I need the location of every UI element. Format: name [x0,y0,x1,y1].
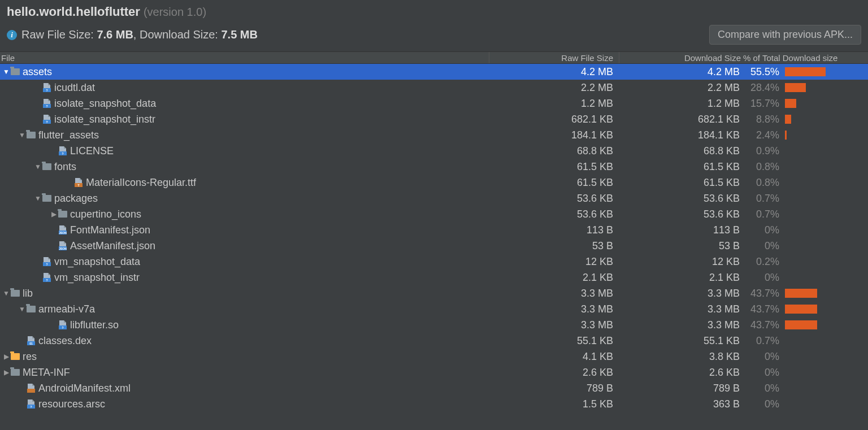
svg-rect-22 [27,389,35,393]
expand-arrow-right-icon[interactable]: ▶ [50,210,58,218]
expand-arrow-down-icon[interactable]: ▼ [18,305,26,313]
folder-icon [42,194,52,203]
col-header-file[interactable]: File [0,53,489,63]
download-size: 113 B [619,224,743,236]
percent-bar [785,289,817,298]
expand-arrow-down-icon[interactable]: ▼ [2,289,10,297]
download-size: 1.2 MB [619,98,743,110]
folder-icon [10,289,20,298]
download-size: 12 KB [619,256,743,268]
tree-row[interactable]: JSONFontManifest.json113 B113 B0% [0,222,868,238]
percent-bar-cell [783,305,868,314]
file-name: packages [54,193,98,205]
percent: 0.7% [743,209,783,220]
percent-bar [785,305,817,314]
tree-row[interactable]: ?vm_snapshot_instr2.1 KB2.1 KB0% [0,270,868,285]
expand-arrow-down-icon[interactable]: ▼ [34,194,42,202]
file-name: lib [23,288,33,299]
file-name: FontManifest.json [70,224,150,236]
tree-row[interactable]: ▼packages53.6 KB53.6 KB0.7% [0,190,868,206]
expand-arrow-right-icon[interactable]: ▶ [2,353,10,360]
col-header-raw[interactable]: Raw File Size [489,52,619,63]
file-name: AssetManifest.json [70,240,155,252]
raw-size: 2.6 KB [489,367,619,379]
percent-bar-cell [783,320,868,329]
expand-arrow-down-icon[interactable]: ▼ [18,131,26,139]
tree-row[interactable]: AndroidManifest.xml789 B789 B0% [0,380,868,396]
svg-text:?: ? [46,263,47,266]
percent: 8.8% [743,114,783,125]
raw-size: 4.1 KB [489,351,619,363]
download-size: 363 B [619,398,743,410]
svg-text:?: ? [62,152,63,155]
tree-row[interactable]: ▶cupertino_icons53.6 KB53.6 KB0.7% [0,206,868,222]
folder-icon [42,162,52,171]
tree-row[interactable]: ?libflutter.so3.3 MB3.3 MB43.7% [0,317,868,333]
raw-size: 3.3 MB [489,288,619,299]
tree-row[interactable]: ▼flutter_assets184.1 KB184.1 KB2.4% [0,127,868,143]
tree-row[interactable]: ▼armeabi-v7a3.3 MB3.3 MB43.7% [0,301,868,317]
download-size: 184.1 KB [619,129,743,141]
raw-size: 68.8 KB [489,145,619,157]
file-name: vm_snapshot_data [54,256,140,268]
raw-size: 12 KB [489,256,619,268]
tree-row[interactable]: ?vm_snapshot_data12 KB12 KB0.2% [0,254,868,270]
tree-row[interactable]: ?isolate_snapshot_instr682.1 KB682.1 KB8… [0,111,868,127]
tree-row[interactable]: ▶res4.1 KB3.8 KB0% [0,349,868,364]
header: hello.world.helloflutter (version 1.0) i… [0,0,868,51]
download-size: 3.3 MB [619,288,743,299]
tree-row[interactable]: ?isolate_snapshot_data1.2 MB1.2 MB15.7% [0,95,868,111]
expand-arrow-down-icon[interactable]: ▼ [2,68,10,76]
raw-size: 1.5 KB [489,398,619,410]
percent-bar-cell [783,131,868,140]
raw-label: Raw File Size: [21,28,97,41]
tree-row[interactable]: ▶META-INF2.6 KB2.6 KB0% [0,364,868,380]
tree-row[interactable]: ▼lib3.3 MB3.3 MB43.7% [0,285,868,301]
tree-row[interactable]: ?resources.arsc1.5 KB363 B0% [0,396,868,412]
download-size: 3.3 MB [619,303,743,315]
file-name: LICENSE [70,145,114,157]
package-name: hello.world.helloflutter [7,5,140,19]
col-header-dl[interactable]: Download Size [619,52,743,63]
file-tree[interactable]: ▼assets4.2 MB4.2 MB55.5%?icudtl.dat2.2 M… [0,64,868,412]
tree-row[interactable]: 01classes.dex55.1 KB55.1 KB0.7% [0,333,868,349]
compare-apk-button[interactable]: Compare with previous APK... [709,25,861,45]
tree-row[interactable]: ▼fonts61.5 KB61.5 KB0.8% [0,159,868,175]
raw-size: 3.3 MB [489,303,619,315]
svg-text:?: ? [46,120,47,124]
tree-row[interactable]: JSONAssetManifest.json53 B53 B0% [0,238,868,254]
tree-row[interactable]: ?LICENSE68.8 KB68.8 KB0.9% [0,143,868,159]
table-header: File Raw File Size Download Size % of To… [0,51,868,64]
percent-bar-cell [783,115,868,124]
file-icon: ? [26,399,36,409]
download-size: 2.2 MB [619,82,743,94]
col-header-pct[interactable]: % of Total Download size [743,52,868,63]
percent: 0% [743,351,783,363]
percent: 28.4% [743,82,783,94]
raw-size: 3.3 MB [489,319,619,331]
raw-size: 1.2 MB [489,98,619,110]
expand-arrow-down-icon[interactable]: ▼ [34,163,42,171]
json-file-icon: JSON [58,225,68,234]
file-name: classes.dex [38,335,92,347]
file-name: META-INF [23,367,70,379]
file-name: vm_snapshot_instr [54,272,140,284]
percent: 55.5% [743,66,783,78]
expand-arrow-right-icon[interactable]: ▶ [2,368,10,376]
svg-text:?: ? [30,405,32,409]
tree-row[interactable]: TMaterialIcons-Regular.ttf61.5 KB61.5 KB… [0,175,868,190]
xml-file-icon [26,384,36,393]
download-size: 53.6 KB [619,209,743,220]
percent-bar [785,99,796,108]
file-name: resources.arsc [38,398,105,410]
info-line: i Raw File Size: 7.6 MB, Download Size: … [7,23,861,49]
tree-row[interactable]: ?icudtl.dat2.2 MB2.2 MB28.4% [0,80,868,95]
percent: 0% [743,367,783,379]
file-name: fonts [54,161,76,173]
download-size: 53 B [619,240,743,252]
json-file-icon: JSON [58,241,68,250]
file-name: res [23,351,37,363]
file-name: isolate_snapshot_instr [54,114,155,125]
percent-bar-cell [783,83,868,92]
tree-row[interactable]: ▼assets4.2 MB4.2 MB55.5% [0,64,868,80]
